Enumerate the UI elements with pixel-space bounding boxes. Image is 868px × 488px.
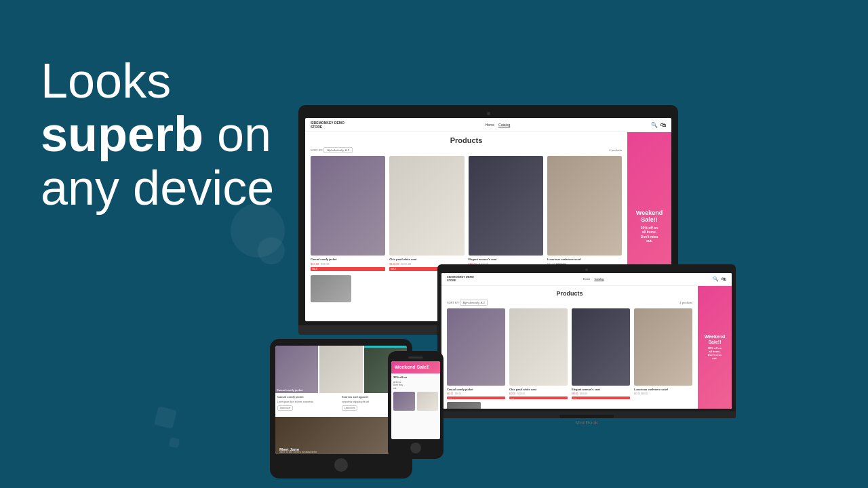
tablet-store-ui: Casual comfy jacket Casual comfy jacket … [275,346,407,454]
macbook-count: 4 products [679,301,692,304]
tablet-screen: Casual comfy jacket Casual comfy jacket … [275,346,407,454]
store-title: Products [311,136,622,144]
product-item: Elegant woman's coat $80.00 $100.00 SALE [469,156,543,271]
hero-line3: any device [41,161,274,215]
macbook-product-area: Products SORT BY: Alphabetically, A-Z 4 … [441,286,698,409]
product-count: 4 products [609,148,622,152]
phone-store-ui: Weekend Sale!! 30% off on all items.Don'… [391,361,440,439]
phone-home-button [410,443,421,453]
product-grid: Casual comfy jacket $45.00 $90.00 SALE C… [311,156,622,271]
macbook-base [437,411,736,418]
macbook-filter: SORT BY: Alphabetically, A-Z 4 products [447,301,692,304]
product-item: Luxurious cashmere scarf $32.00 $180.00 [634,308,692,400]
phone-device: Weekend Sale!! 30% off on all items.Don'… [388,351,443,459]
tablet-image-row: Casual comfy jacket [275,346,407,393]
macbook-foot [559,415,614,418]
macbook-banner-text: 30% off onall items.Don't missout. [708,346,722,361]
phone-product-img-1 [393,392,415,411]
macbook-store-content: Products SORT BY: Alphabetically, A-Z 4 … [441,286,732,409]
phone-product-grid [393,392,438,411]
nav-home: Home [486,123,494,127]
macbook-store-logo: SIDEMONKEY DEMOSTORE [447,276,474,283]
banner-text: 30% off onall items.Don't missout. [641,226,658,243]
macbook-brand: MacBook [437,420,736,426]
phone-banner-title: Weekend Sale!! [395,365,437,370]
macbook-store-title: Products [447,290,692,297]
macbook-store-nav: SIDEMONKEY DEMOSTORE Home Catalog 🔍 🛍 [441,273,732,286]
macbook-sort: SORT BY: Alphabetically, A-Z [447,301,488,304]
product-item: Luxurious cashmere scarf $32.00 $180.00 [547,156,622,271]
tablet-col1: Casual comfy jacket Lorem ipsum dolor si… [277,395,340,415]
tablet-text-row: Casual comfy jacket Lorem ipsum dolor si… [275,393,407,417]
tablet-img1-label: Casual comfy jacket [277,388,317,392]
product-item: Casual comfy jacket $45.00 $90.00 SALE [311,156,385,271]
phone-body: Weekend Sale!! 30% off on all items.Don'… [388,351,443,459]
macbook-product-grid: Casual comfy jacket $45.00 $90.00 SALE C… [447,308,692,400]
store-ui-macbook: SIDEMONKEY DEMOSTORE Home Catalog 🔍 🛍 Pr… [441,273,732,409]
product-item: Casual comfy jacket $45.00 $90.00 SALE [447,308,505,400]
tablet-jane-text: Jane is the store's ambassador [279,450,317,453]
macbook-cart-icon: 🛍 [722,277,726,282]
phone-product-img-2 [417,392,439,411]
phone-products: 30% off on all items.Don't missout. [391,373,440,439]
banner-title: WeekendSale!! [636,210,663,224]
store-nav-links: Home Catalog [486,123,511,127]
phone-banner: Weekend Sale!! [391,361,440,373]
macbook-nav-catalog: Catalog [594,277,604,281]
phone-speaker [408,357,423,359]
store-nav-icons: 🔍 🛍 [651,122,666,128]
product-item: Chic pearl white coat $32.00 $100.00 SAL… [509,308,568,400]
laptop-camera [487,112,490,115]
macbook-row2 [447,402,692,409]
store-filter-bar: SORT BY: Alphabetically, A-Z 4 products [311,148,622,152]
store-nav: SIDEMONKEY DEMOSTORE Home Catalog 🔍 🛍 [305,118,671,132]
product-item: Elegant woman's coat $80.00 $100.00 SALE [572,308,630,400]
macbook-banner-title: WeekendSale!! [705,334,726,344]
macbook-nav-icons: 🔍 🛍 [713,277,726,282]
store-logo: SIDEMONKEY DEMOSTORE [311,121,344,129]
tablet-jane-banner: Meet Jane Jane is the store's ambassador [275,417,407,454]
macbook-search-icon: 🔍 [713,277,719,282]
macbook-screen: SIDEMONKEY DEMOSTORE Home Catalog 🔍 🛍 Pr… [441,273,732,409]
sort-label: SORT BY: Alphabetically, A-Z [311,148,353,152]
macbook-device: SIDEMONKEY DEMOSTORE Home Catalog 🔍 🛍 Pr… [437,264,736,426]
hero-line1: Looks [41,54,171,108]
nav-catalog: Catalog [498,123,510,127]
macbook-nav-home: Home [583,277,591,281]
product-item: Chic pearl white coat $140.00 $165.00 SA… [389,156,464,271]
devices-container: SIDEMONKEY DEMOSTORE Home Catalog 🔍 🛍 Pr… [258,0,868,488]
cart-icon: 🛍 [660,122,666,128]
tablet-home-button [334,458,348,472]
phone-screen: Weekend Sale!! 30% off on all items.Don'… [391,361,440,439]
hero-bold: superb [41,107,203,161]
macbook-nav-links: Home Catalog [583,277,604,281]
macbook-banner: WeekendSale!! 30% off onall items.Don't … [698,286,732,409]
search-icon: 🔍 [651,122,658,128]
